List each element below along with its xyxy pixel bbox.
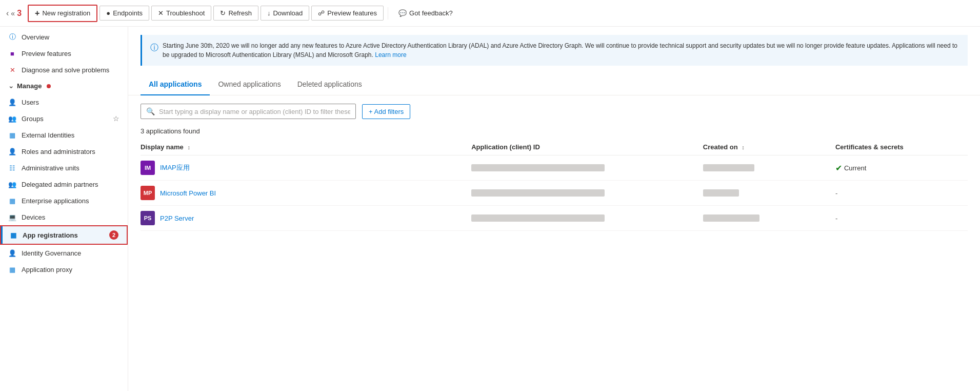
created-cell-3 [703,206,835,231]
sidebar-item-external-identities[interactable]: ▦ External Identities [0,127,128,143]
delegated-admin-icon: 👥 [8,180,16,188]
results-count: 3 applications found [141,127,200,135]
cert-status-1: Current [844,164,866,172]
troubleshoot-label: Troubleshoot [166,9,205,17]
app-name-cell-1: IM IMAP应用 [141,155,471,181]
col-created-on[interactable]: Created on ↕ [703,139,835,155]
created-blurred-1 [703,164,754,171]
app-registrations-label: App registrations [23,231,78,239]
table-row: PS P2P Server - [141,206,968,231]
banner-text: Starting June 30th, 2020 we will no long… [163,41,959,60]
sidebar-item-app-proxy[interactable]: ▦ Application proxy [0,261,128,278]
app-id-blurred-3 [471,214,605,222]
created-cell-2 [703,181,835,206]
app-proxy-label: Application proxy [22,266,72,273]
col-certificates: Certificates & secrets [835,139,968,155]
learn-more-link[interactable]: Learn more [375,51,406,58]
sidebar-item-identity-governance[interactable]: 👤 Identity Governance [0,245,128,261]
sidebar-item-groups[interactable]: 👥 Groups ☆ [0,110,128,127]
feedback-label: Got feedback? [409,9,453,17]
x-icon: ✕ [158,9,164,17]
sidebar-item-admin-units[interactable]: ☷ Administrative units [0,160,128,176]
sort-icon-name: ↕ [187,144,190,150]
download-label: Download [273,9,303,17]
app-link-1[interactable]: IMAP应用 [160,163,190,172]
preview-features-icon: ■ [8,49,16,57]
cert-status-3: - [835,214,837,222]
tabs-container: All applications Owned applications Dele… [128,74,980,95]
sidebar-item-users[interactable]: 👤 Users [0,94,128,110]
diagnose-label: Diagnose and solve problems [22,66,109,74]
table-row: IM IMAP应用 ✔ [141,155,968,181]
feedback-button[interactable]: 💬 Got feedback? [392,6,459,20]
overview-icon: ⓘ [8,33,16,41]
search-icon: 🔍 [146,107,155,115]
groups-star[interactable]: ☆ [113,114,119,123]
app-proxy-icon: ▦ [8,265,16,273]
app-icon-2: MP [141,186,155,200]
sidebar-item-overview[interactable]: ⓘ Overview [0,29,128,45]
info-banner: ⓘ Starting June 30th, 2020 we will no lo… [141,35,968,66]
identity-governance-icon: 👤 [8,249,16,257]
manage-section-header[interactable]: ⌄ Manage [0,78,128,94]
sidebar-item-roles-admins[interactable]: 👤 Roles and administrators [0,143,128,160]
enterprise-apps-icon: ▦ [8,197,16,205]
sidebar-item-devices[interactable]: 💻 Devices [0,209,128,225]
cert-cell-3: - [835,206,968,231]
devices-label: Devices [22,213,45,221]
sidebar-item-app-registrations[interactable]: ▦ App registrations 2 [0,225,128,245]
tab-deleted-applications[interactable]: Deleted applications [289,74,370,95]
tab-all-applications[interactable]: All applications [141,74,210,95]
refresh-button[interactable]: ↻ Refresh [213,6,258,21]
toolbar-separator [388,7,388,19]
external-identities-icon: ▦ [8,131,16,139]
app-name-cell-3: PS P2P Server [141,206,471,231]
app-id-cell-2 [471,181,703,206]
users-icon: 👤 [8,98,16,106]
created-blurred-2 [703,189,739,197]
refresh-label: Refresh [228,9,252,17]
info-icon: ⓘ [150,42,158,60]
sort-icon-created: ↕ [742,144,745,150]
cert-check-icon: ✔ [835,163,842,173]
results-info: 3 applications found [128,123,980,139]
sidebar-item-delegated-admin[interactable]: 👥 Delegated admin partners [0,176,128,192]
sidebar-item-diagnose[interactable]: ✕ Diagnose and solve problems [0,62,128,78]
overview-label: Overview [22,33,49,41]
nav-back-icon[interactable]: ‹ [6,9,9,18]
created-blurred-3 [703,214,759,222]
endpoints-button[interactable]: ● Endpoints [99,6,149,21]
app-icon-1: IM [141,161,155,175]
sidebar: ⓘ Overview ■ Preview features ✕ Diagnose… [0,27,128,391]
toolbar-nav: ‹ « 3 [6,9,22,18]
app-name-cell-2: MP Microsoft Power BI [141,181,471,206]
troubleshoot-button[interactable]: ✕ Troubleshoot [151,6,211,21]
app-link-2[interactable]: Microsoft Power BI [160,189,216,197]
identity-governance-label: Identity Governance [22,249,81,257]
external-identities-label: External Identities [22,131,74,139]
search-container: 🔍 [141,104,356,119]
preview-features-button[interactable]: ☍ Preview features [311,6,384,21]
new-registration-button[interactable]: + New registration [28,5,97,22]
enterprise-apps-label: Enterprise applications [22,197,89,205]
endpoints-label: Endpoints [113,9,143,17]
collapse-icon[interactable]: « [11,9,15,17]
app-id-blurred-1 [471,164,605,171]
sidebar-item-preview-features[interactable]: ■ Preview features [0,45,128,62]
app-link-3[interactable]: P2P Server [160,214,194,222]
created-cell-1 [703,155,835,181]
search-input[interactable] [159,108,350,115]
devices-icon: 💻 [8,213,16,221]
chevron-down-icon: ⌄ [8,82,14,90]
roles-icon: 👤 [8,147,16,155]
col-display-name[interactable]: Display name ↕ [141,139,471,155]
add-filters-button[interactable]: + Add filters [362,104,410,119]
tab-owned-applications[interactable]: Owned applications [210,74,289,95]
content-area: ⓘ Starting June 30th, 2020 we will no lo… [128,27,980,391]
app-id-blurred-2 [471,189,605,197]
download-button[interactable]: ↓ Download [261,6,309,21]
preview-features-label: Preview features [22,50,71,57]
sidebar-item-enterprise-apps[interactable]: ▦ Enterprise applications [0,192,128,209]
main-layout: ⓘ Overview ■ Preview features ✕ Diagnose… [0,27,980,391]
app-id-cell-3 [471,206,703,231]
